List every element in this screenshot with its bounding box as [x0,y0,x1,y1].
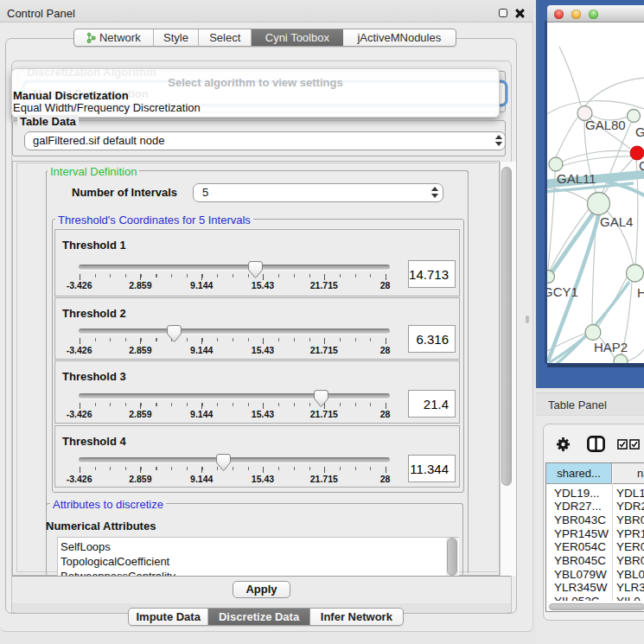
svg-text:GCY1: GCY1 [547,284,578,299]
svg-text:H: H [637,285,644,300]
svg-text:GAL4: GAL4 [600,214,633,229]
svg-text:C: C [639,158,644,173]
svg-text:GAL80: GAL80 [585,118,626,132]
svg-text:GA: GA [635,124,644,139]
svg-text:GAL11: GAL11 [557,171,596,186]
svg-text:HAP2: HAP2 [594,340,628,354]
